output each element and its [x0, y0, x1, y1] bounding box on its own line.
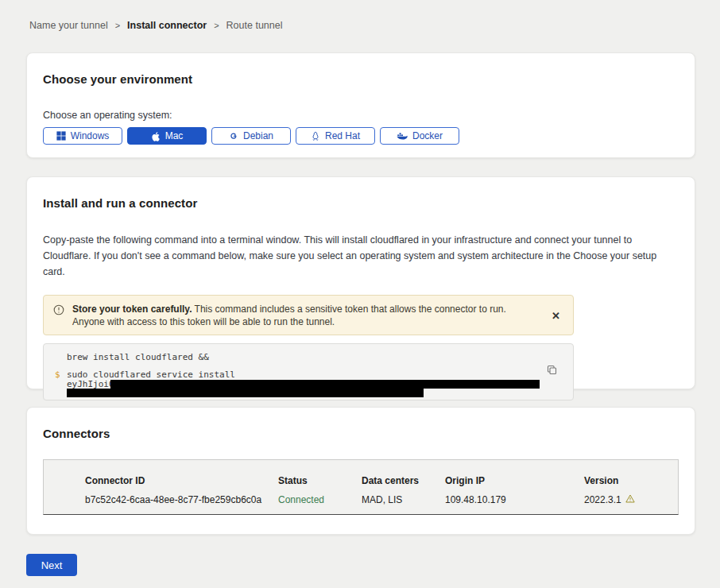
redaction-bar	[67, 389, 424, 397]
breadcrumb: Name your tunnel > Install connector > R…	[0, 0, 720, 31]
install-command-code-block: brew install cloudflared && $ sudo cloud…	[43, 343, 574, 400]
breadcrumb-route-tunnel[interactable]: Route tunnel	[226, 20, 283, 31]
col-header-origin-ip: Origin IP	[445, 475, 584, 486]
windows-icon	[56, 131, 66, 141]
redaction-bar	[110, 380, 540, 389]
next-button[interactable]: Next	[26, 554, 77, 576]
shell-prompt: $	[55, 369, 67, 397]
token-warning-text: Store your token carefully. This command…	[72, 303, 532, 328]
token-warning-banner: Store your token carefully. This command…	[43, 295, 574, 335]
choose-environment-title: Choose your environment	[43, 72, 679, 86]
warning-triangle-icon	[625, 494, 635, 505]
connectors-title: Connectors	[43, 427, 679, 440]
breadcrumb-install-connector[interactable]: Install connector	[127, 20, 207, 31]
connectors-card: Connectors Connector ID Status Data cent…	[26, 407, 695, 535]
choose-environment-card: Choose your environment Choose an operat…	[26, 52, 695, 158]
os-button-label: Debian	[243, 130, 273, 141]
install-connector-title: Install and run a connector	[43, 196, 679, 210]
connector-id-value: b7c52c42-6caa-48ee-8c77-fbe259cb6c0a	[85, 494, 278, 505]
os-button-windows[interactable]: Windows	[43, 127, 122, 145]
docker-icon	[397, 131, 408, 141]
col-header-status: Status	[278, 475, 362, 486]
breadcrumb-name-your-tunnel[interactable]: Name your tunnel	[29, 20, 108, 31]
os-button-label: Docker	[412, 130, 443, 141]
close-icon[interactable]: ✕	[548, 309, 563, 323]
status-badge: Connected	[278, 494, 362, 505]
apple-icon	[151, 131, 161, 141]
redhat-icon	[311, 131, 320, 141]
os-button-label: Windows	[71, 130, 110, 141]
os-button-debian[interactable]: Debian	[211, 127, 291, 145]
copy-icon[interactable]	[547, 365, 557, 377]
os-button-label: Mac	[165, 130, 184, 141]
col-header-data-centers: Data centers	[362, 475, 445, 486]
connectors-table: Connector ID Status Data centers Origin …	[43, 459, 679, 515]
token-prefix: eyJhIjoiO	[67, 379, 114, 389]
token-warning-title: Store your token carefully.	[72, 304, 192, 315]
origin-ip-value: 109.48.10.179	[445, 494, 584, 505]
install-description: Copy-paste the following command into a …	[43, 232, 679, 280]
os-button-group: Windows Mac Debian Red Hat Docker	[43, 127, 679, 145]
code-line-brew: brew install cloudflared &&	[67, 352, 562, 362]
breadcrumb-separator: >	[115, 21, 120, 30]
data-centers-value: MAD, LIS	[362, 494, 445, 505]
os-button-mac[interactable]: Mac	[127, 127, 207, 145]
code-line-sudo: $ sudo cloudflared service install eyJhI…	[55, 369, 562, 397]
token-line: eyJhIjoiO	[67, 380, 540, 389]
debian-icon	[229, 131, 238, 141]
version-number: 2022.3.1	[584, 494, 621, 505]
col-header-version: Version	[584, 475, 678, 486]
col-header-connector-id: Connector ID	[85, 475, 278, 486]
os-button-docker[interactable]: Docker	[380, 127, 459, 145]
alert-circle-icon	[53, 304, 64, 319]
version-value: 2022.3.1	[584, 494, 678, 505]
install-connector-card: Install and run a connector Copy-paste t…	[26, 176, 695, 389]
os-select-label: Choose an operating system:	[43, 110, 679, 121]
os-button-label: Red Hat	[325, 130, 360, 141]
breadcrumb-separator: >	[214, 21, 219, 30]
os-button-redhat[interactable]: Red Hat	[296, 127, 375, 145]
